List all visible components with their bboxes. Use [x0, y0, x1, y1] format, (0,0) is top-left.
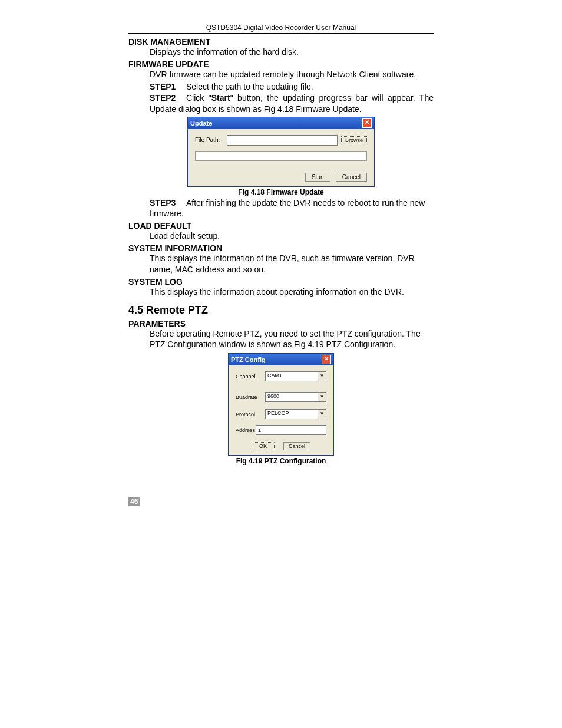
protocol-label: Protocol	[236, 411, 265, 417]
channel-value: CAM1	[266, 372, 318, 381]
channel-label: Channel	[236, 374, 265, 380]
chevron-down-icon: ▼	[318, 372, 326, 381]
heading-system-log: SYSTEM LOG	[128, 277, 434, 286]
step3-text: After finishing the update the DVR needs…	[150, 198, 425, 218]
baudrate-value: 9600	[266, 393, 318, 401]
file-path-input[interactable]	[227, 135, 338, 146]
heading-system-information: SYSTEM INFORMATION	[128, 243, 434, 253]
update-title: Update	[190, 120, 212, 127]
step1-label: STEP1	[150, 82, 186, 91]
step3-label: STEP3	[150, 197, 186, 208]
heading-disk-management: DISK MANAGEMENT	[128, 37, 434, 47]
heading-remote-ptz: 4.5 Remote PTZ	[128, 304, 434, 317]
text-disk-management: Displays the information of the hard dis…	[150, 47, 434, 57]
cancel-button[interactable]: Cancel	[283, 442, 310, 450]
step2-block: STEP2Click "Start" button, the updating …	[150, 93, 434, 114]
step2-strong: Start	[211, 93, 230, 103]
text-system-log: This displays the information about oper…	[150, 286, 434, 297]
page-header: QSTD5304 Digital Video Recorder User Man…	[128, 24, 434, 34]
update-dialog: Update ✕ File Path: Browse Start Cancel	[187, 117, 375, 187]
protocol-select[interactable]: PELCOP ▼	[265, 409, 326, 419]
page-number: 46	[128, 497, 140, 506]
chevron-down-icon: ▼	[318, 410, 326, 419]
cancel-button[interactable]: Cancel	[336, 173, 367, 182]
text-load-default: Load default setup.	[150, 230, 434, 241]
channel-select[interactable]: CAM1 ▼	[265, 371, 326, 381]
step1-text: Select the path to the updating file.	[186, 82, 313, 91]
heading-firmware-update: FIRMWARE UPDATE	[128, 60, 434, 69]
heading-parameters: PARAMETERS	[128, 319, 434, 328]
protocol-value: PELCOP	[266, 410, 318, 419]
address-label: Address	[236, 427, 256, 433]
ptz-title: PTZ Config	[231, 356, 266, 363]
text-parameters: Before operating Remote PTZ, you need to…	[150, 328, 434, 350]
baudrate-select[interactable]: 9600 ▼	[265, 392, 326, 402]
step2-pre: Click "	[186, 93, 211, 103]
step3-block: STEP3After finishing the update the DVR …	[150, 197, 434, 219]
file-path-label: File Path:	[195, 137, 223, 143]
address-input[interactable]	[256, 425, 326, 435]
close-icon[interactable]: ✕	[362, 118, 372, 128]
progress-bar	[195, 151, 367, 161]
fig-418-caption: Fig 4.18 Firmware Update	[128, 188, 434, 196]
step1-line: STEP1Select the path to the updating fil…	[150, 82, 434, 91]
text-firmware-intro: DVR firmware can be updated remotely thr…	[150, 69, 434, 80]
step2-label: STEP2	[150, 93, 186, 103]
chevron-down-icon: ▼	[318, 393, 326, 401]
close-icon[interactable]: ✕	[322, 355, 331, 364]
heading-load-default: LOAD DEFAULT	[128, 221, 434, 230]
update-titlebar: Update ✕	[188, 117, 374, 129]
fig-419-caption: Fig 4.19 PTZ Configuration	[128, 457, 434, 465]
baudrate-label: Buadrate	[236, 394, 265, 400]
ptz-config-dialog: PTZ Config ✕ Channel CAM1 ▼ Buadrate 960…	[228, 353, 334, 456]
ptz-titlebar: PTZ Config ✕	[229, 354, 333, 365]
text-system-information: This displays the information of the DVR…	[150, 253, 434, 274]
browse-button[interactable]: Browse	[341, 136, 367, 144]
ok-button[interactable]: OK	[252, 442, 275, 450]
start-button[interactable]: Start	[305, 173, 330, 182]
